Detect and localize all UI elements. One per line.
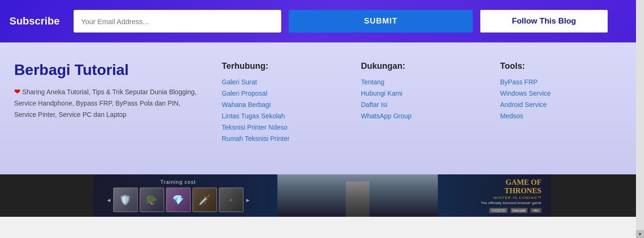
- link-daftar-isi[interactable]: Daftar Isi: [361, 101, 387, 108]
- link-bypass-frp[interactable]: ByPass FRP: [500, 78, 537, 86]
- ad-center-image: [254, 174, 461, 217]
- list-item: Tentang: [361, 78, 481, 86]
- ad-right-logo: GAME OFTHRONES WINTER IS COMING™ The off…: [461, 178, 542, 213]
- list-item: Teksnisi Printer Ndeso: [222, 123, 342, 131]
- link-wahana-berbagi[interactable]: Wahana Berbagi: [222, 101, 271, 108]
- terhubung-list: Galeri Surat Galeri Proposal Wahana Berb…: [222, 78, 342, 143]
- list-item: Galeri Proposal: [222, 89, 342, 98]
- yoozoo-logo: YOOZOO: [489, 208, 508, 213]
- list-item: Galeri Surat: [222, 78, 342, 86]
- dukungan-list: Tentang Hubungi Kami Daftar Isi WhatsApp…: [361, 78, 481, 120]
- list-item: ByPass FRP: [500, 78, 620, 86]
- ad-item-3: 💎: [166, 188, 191, 212]
- got-subtitle: WINTER IS COMING™: [493, 196, 541, 200]
- got-desc: The officially licensed browser game: [481, 201, 542, 205]
- list-item: Lintas Tugas Sekolah: [222, 112, 342, 120]
- footer: Berbagi Tutorial ❤ Sharing Aneka Tutoria…: [0, 42, 644, 174]
- ad-banner[interactable]: Training cost ◂ 🛡️ 🪖 💎 🗡️ + ▸ GAME O: [0, 174, 644, 217]
- ad-partner-logos: YOOZOO Gtarcade HBO: [489, 208, 542, 213]
- tools-list: ByPass FRP Windows Service Android Servi…: [500, 78, 620, 120]
- list-item: Hubungi Kami: [361, 89, 481, 98]
- right-arrow-icon: ▸: [246, 196, 250, 204]
- footer-brand: Berbagi Tutorial ❤ Sharing Aneka Tutoria…: [14, 61, 212, 156]
- link-windows-service[interactable]: Windows Service: [500, 90, 551, 97]
- footer-section-dukungan: Dukungan: Tentang Hubungi Kami Daftar Is…: [351, 61, 491, 156]
- link-galeri-surat[interactable]: Galeri Surat: [222, 78, 257, 86]
- list-item: Wahana Berbagi: [222, 100, 342, 109]
- link-whatsapp-group[interactable]: WhatsApp Group: [361, 112, 411, 120]
- link-hubungi-kami[interactable]: Hubungi Kami: [361, 90, 402, 97]
- subscribe-bar: Subscribe SUBMIT Follow This Blog: [0, 0, 644, 42]
- ad-game-items: ◂ 🛡️ 🪖 💎 🗡️ + ▸: [106, 188, 251, 212]
- footer-section-terhubung: Terhubung: Galeri Surat Galeri Proposal …: [212, 61, 351, 156]
- hbo-logo: HBO: [530, 208, 541, 213]
- brand-desc: ❤ Sharing Aneka Tutorial, Tips & Trik Se…: [14, 85, 198, 121]
- terhubung-heading: Terhubung:: [222, 61, 342, 71]
- got-title: GAME OFTHRONES: [504, 178, 541, 195]
- subscribe-label: Subscribe: [9, 15, 66, 27]
- submit-button[interactable]: SUBMIT: [289, 10, 473, 33]
- list-item: Windows Service: [500, 89, 620, 98]
- list-item: Daftar Isi: [361, 100, 481, 109]
- tools-heading: Tools:: [500, 61, 620, 71]
- link-tentang[interactable]: Tentang: [361, 78, 385, 86]
- link-android-service[interactable]: Android Service: [500, 101, 547, 108]
- ad-item-4: 🗡️: [192, 188, 217, 212]
- ad-item-5: +: [219, 188, 243, 212]
- ad-banner-inner: Training cost ◂ 🛡️ 🪖 💎 🗡️ + ▸ GAME O: [93, 174, 551, 217]
- link-medsos[interactable]: Medsos: [500, 112, 523, 120]
- link-teksnisi-printer[interactable]: Teksnisi Printer Ndeso: [222, 123, 287, 131]
- follow-blog-button[interactable]: Follow This Blog: [480, 10, 608, 33]
- dukungan-heading: Dukungan:: [361, 61, 481, 71]
- list-item: Rumah Teksnisi Printer: [222, 134, 342, 143]
- brand-title: Berbagi Tutorial: [14, 61, 198, 79]
- ad-item-1: 🛡️: [113, 188, 138, 212]
- scrollbar: ▼: [636, 0, 644, 217]
- list-item: Android Service: [500, 100, 620, 109]
- ad-item-2: 🪖: [140, 188, 164, 212]
- heart-icon: ❤: [14, 88, 20, 96]
- list-item: WhatsApp Group: [361, 112, 481, 120]
- footer-section-tools: Tools: ByPass FRP Windows Service Androi…: [491, 61, 630, 156]
- gtarcade-logo: Gtarcade: [510, 208, 528, 213]
- email-input[interactable]: [74, 10, 281, 33]
- ad-training-label: Training cost: [160, 179, 196, 185]
- list-item: Medsos: [500, 112, 620, 120]
- link-galeri-proposal[interactable]: Galeri Proposal: [222, 90, 268, 97]
- left-arrow-icon: ◂: [107, 196, 110, 204]
- link-lintas-tugas[interactable]: Lintas Tugas Sekolah: [222, 112, 285, 120]
- link-rumah-teksnisi[interactable]: Rumah Teksnisi Printer: [222, 135, 290, 142]
